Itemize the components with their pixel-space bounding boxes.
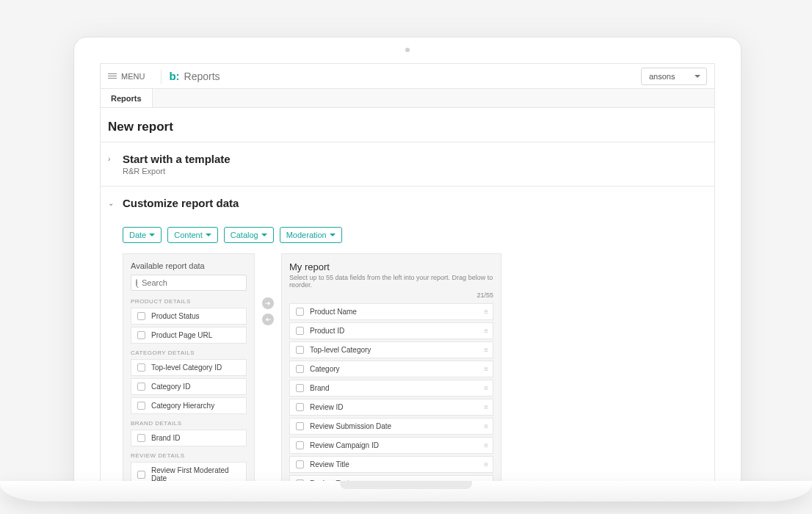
report-field-row[interactable]: Product Name≡ — [289, 303, 493, 320]
move-left-button[interactable]: ➜ — [262, 314, 274, 325]
checkbox[interactable] — [296, 346, 304, 354]
checkbox[interactable] — [137, 471, 145, 479]
my-report-hint: Select up to 55 data fields from the lef… — [289, 274, 493, 289]
field-label: Product Status — [151, 312, 200, 320]
app-screen: MENU b: Reports ansons Reports New repor… — [100, 63, 715, 491]
field-label: Brand — [310, 384, 330, 392]
brand-mark: b: — [169, 70, 179, 82]
available-fields-pane: Available report data PRODUCT DETAILSPro… — [123, 253, 255, 491]
checkbox[interactable] — [296, 327, 304, 335]
field-group-label: BRAND DETAILS — [131, 420, 247, 427]
field-label: Product ID — [310, 327, 344, 335]
brand-title: Reports — [184, 70, 220, 82]
search-input[interactable] — [142, 278, 243, 287]
field-group-label: PRODUCT DETAILS — [131, 298, 247, 305]
camera-dot — [405, 48, 410, 52]
filter-moderation-label: Moderation — [286, 231, 327, 239]
available-field-row[interactable]: Category ID — [131, 378, 247, 395]
checkbox[interactable] — [296, 308, 304, 316]
checkbox[interactable] — [296, 441, 304, 449]
my-report-pane: My report Select up to 55 data fields fr… — [281, 253, 501, 491]
panel-template: › Start with a template R&R Export — [101, 142, 714, 186]
divider — [161, 69, 162, 84]
available-field-row[interactable]: Product Page URL — [131, 327, 247, 344]
menu-button[interactable]: MENU — [108, 72, 153, 81]
chevron-right-icon: › — [108, 155, 115, 163]
tab-reports[interactable]: Reports — [101, 89, 153, 107]
checkbox[interactable] — [137, 363, 145, 372]
checkbox[interactable] — [137, 383, 145, 391]
my-report-count: 21/55 — [289, 292, 493, 299]
drag-handle-icon[interactable]: ≡ — [484, 327, 487, 335]
checkbox[interactable] — [296, 460, 304, 468]
field-group-label: CATEGORY DETAILS — [131, 350, 247, 356]
field-label: Review ID — [310, 403, 344, 411]
subnav: Reports — [101, 89, 714, 108]
filter-catalog[interactable]: Catalog — [224, 227, 274, 243]
filter-date-label: Date — [129, 231, 146, 239]
report-field-row[interactable]: Review Title≡ — [289, 456, 493, 473]
arrow-left-icon: ➜ — [265, 316, 271, 323]
move-right-button[interactable]: ➜ — [262, 297, 274, 309]
panel-customize-header[interactable]: ⌄ Customize report data — [101, 187, 714, 220]
available-field-row[interactable]: Category Hierarchy — [131, 397, 247, 414]
filter-moderation[interactable]: Moderation — [280, 227, 342, 243]
field-label: Brand ID — [151, 434, 180, 442]
panel-template-title: Start with a template — [123, 153, 231, 165]
checkbox[interactable] — [137, 312, 145, 320]
checkbox[interactable] — [296, 403, 304, 411]
field-label: Review Title — [310, 460, 349, 468]
checkbox[interactable] — [296, 384, 304, 392]
drag-handle-icon[interactable]: ≡ — [484, 346, 487, 354]
filter-catalog-label: Catalog — [231, 231, 258, 239]
checkbox[interactable] — [296, 422, 304, 430]
drag-handle-icon[interactable]: ≡ — [484, 308, 487, 316]
report-field-row[interactable]: Top-level Category≡ — [289, 341, 493, 358]
laptop-notch — [340, 481, 472, 489]
available-field-row[interactable]: Product Status — [131, 308, 247, 325]
field-group-label: REVIEW DETAILS — [131, 452, 247, 459]
report-field-row[interactable]: Brand≡ — [289, 380, 493, 397]
caret-down-icon — [261, 234, 267, 236]
report-field-row[interactable]: Review Submission Date≡ — [289, 418, 493, 435]
tab-reports-label: Reports — [111, 94, 142, 103]
drag-handle-icon[interactable]: ≡ — [484, 441, 487, 449]
drag-handle-icon[interactable]: ≡ — [484, 384, 487, 392]
my-report-title: My report — [289, 261, 493, 272]
checkbox[interactable] — [137, 434, 145, 442]
report-builder: Available report data PRODUCT DETAILSPro… — [101, 253, 714, 491]
report-field-row[interactable]: Review Campaign ID≡ — [289, 437, 493, 454]
topbar: MENU b: Reports ansons — [101, 64, 714, 89]
report-field-row[interactable]: Category≡ — [289, 361, 493, 377]
filter-date[interactable]: Date — [123, 227, 162, 243]
account-select[interactable]: ansons — [641, 68, 707, 85]
chevron-down-icon: ⌄ — [108, 199, 115, 207]
report-field-row[interactable]: Product ID≡ — [289, 322, 493, 339]
filter-content[interactable]: Content — [167, 227, 218, 243]
caret-down-icon — [206, 234, 211, 236]
caret-down-icon — [149, 234, 155, 236]
checkbox[interactable] — [296, 365, 304, 373]
field-label: Category — [310, 365, 340, 373]
drag-handle-icon[interactable]: ≡ — [484, 365, 487, 373]
field-label: Top-level Category ID — [151, 363, 222, 372]
panel-template-subtitle: R&R Export — [123, 167, 231, 175]
checkbox[interactable] — [137, 402, 145, 410]
drag-handle-icon[interactable]: ≡ — [484, 403, 487, 411]
available-field-row[interactable]: Top-level Category ID — [131, 359, 247, 376]
caret-down-icon — [330, 234, 336, 236]
field-label: Category Hierarchy — [151, 402, 214, 410]
field-label: Review Campaign ID — [310, 441, 379, 449]
drag-handle-icon[interactable]: ≡ — [484, 422, 487, 430]
drag-handle-icon[interactable]: ≡ — [484, 460, 487, 468]
account-selected: ansons — [649, 72, 675, 81]
field-label: Product Name — [310, 308, 357, 316]
checkbox[interactable] — [137, 331, 145, 339]
available-field-row[interactable]: Brand ID — [131, 430, 247, 446]
field-label: Review Submission Date — [310, 422, 391, 430]
filter-row: Date Content Catalog Moderation — [101, 220, 714, 253]
report-field-row[interactable]: Review ID≡ — [289, 399, 493, 416]
panel-template-header[interactable]: › Start with a template R&R Export — [101, 142, 714, 186]
search-box[interactable] — [131, 275, 247, 291]
search-icon — [136, 279, 137, 286]
